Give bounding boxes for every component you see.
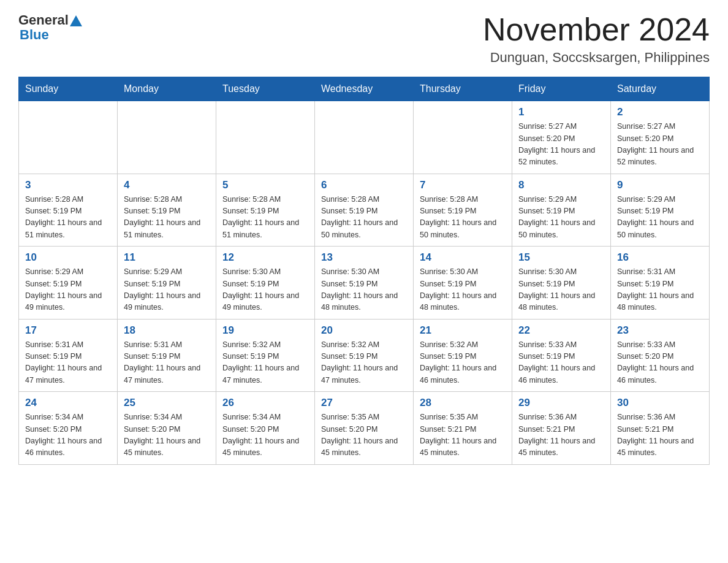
calendar-cell: 6Sunrise: 5:28 AMSunset: 5:19 PMDaylight… [315,174,414,247]
calendar-cell: 18Sunrise: 5:31 AMSunset: 5:19 PMDayligh… [118,319,216,392]
calendar-week-row: 10Sunrise: 5:29 AMSunset: 5:19 PMDayligh… [19,247,710,320]
calendar-cell [19,101,118,174]
logo: General Blue [18,12,82,43]
calendar-cell: 10Sunrise: 5:29 AMSunset: 5:19 PMDayligh… [19,247,118,320]
calendar-cell: 26Sunrise: 5:34 AMSunset: 5:20 PMDayligh… [216,392,315,465]
calendar-cell: 24Sunrise: 5:34 AMSunset: 5:20 PMDayligh… [19,392,118,465]
day-of-week-header: Saturday [611,77,710,101]
calendar-cell: 22Sunrise: 5:33 AMSunset: 5:19 PMDayligh… [512,319,611,392]
day-info: Sunrise: 5:36 AMSunset: 5:21 PMDaylight:… [617,412,703,459]
calendar-cell: 25Sunrise: 5:34 AMSunset: 5:20 PMDayligh… [118,392,216,465]
day-number: 17 [25,324,111,337]
day-info: Sunrise: 5:31 AMSunset: 5:19 PMDaylight:… [124,339,210,387]
day-of-week-header: Monday [118,77,216,101]
calendar-week-row: 24Sunrise: 5:34 AMSunset: 5:20 PMDayligh… [19,392,710,465]
day-number: 9 [617,179,703,191]
calendar-cell: 30Sunrise: 5:36 AMSunset: 5:21 PMDayligh… [611,392,710,465]
calendar-cell: 28Sunrise: 5:35 AMSunset: 5:21 PMDayligh… [414,392,512,465]
day-number: 18 [124,324,210,337]
calendar-cell: 8Sunrise: 5:29 AMSunset: 5:19 PMDaylight… [512,174,611,247]
day-number: 30 [617,397,703,409]
day-number: 10 [25,251,111,264]
day-number: 15 [518,251,604,264]
day-info: Sunrise: 5:28 AMSunset: 5:19 PMDaylight:… [321,194,407,242]
day-info: Sunrise: 5:30 AMSunset: 5:19 PMDaylight:… [321,266,407,314]
calendar-table: SundayMondayTuesdayWednesdayThursdayFrid… [18,77,710,465]
calendar-cell: 1Sunrise: 5:27 AMSunset: 5:20 PMDaylight… [512,101,611,174]
day-info: Sunrise: 5:35 AMSunset: 5:20 PMDaylight:… [321,412,407,459]
day-number: 14 [420,251,506,264]
day-info: Sunrise: 5:32 AMSunset: 5:19 PMDaylight:… [420,339,506,387]
calendar-cell: 21Sunrise: 5:32 AMSunset: 5:19 PMDayligh… [414,319,512,392]
calendar-cell: 27Sunrise: 5:35 AMSunset: 5:20 PMDayligh… [315,392,414,465]
calendar-cell: 2Sunrise: 5:27 AMSunset: 5:20 PMDaylight… [611,101,710,174]
day-number: 7 [420,179,506,191]
calendar-week-row: 3Sunrise: 5:28 AMSunset: 5:19 PMDaylight… [19,174,710,247]
logo-text-blue: Blue [20,27,82,43]
day-number: 19 [222,324,308,337]
calendar-cell: 9Sunrise: 5:29 AMSunset: 5:19 PMDaylight… [611,174,710,247]
calendar-cell: 3Sunrise: 5:28 AMSunset: 5:19 PMDaylight… [19,174,118,247]
day-number: 13 [321,251,407,264]
day-number: 25 [124,397,210,409]
day-number: 12 [222,251,308,264]
day-info: Sunrise: 5:28 AMSunset: 5:19 PMDaylight:… [420,194,506,242]
day-info: Sunrise: 5:29 AMSunset: 5:19 PMDaylight:… [518,194,604,242]
calendar-cell: 16Sunrise: 5:31 AMSunset: 5:19 PMDayligh… [611,247,710,320]
calendar-cell: 20Sunrise: 5:32 AMSunset: 5:19 PMDayligh… [315,319,414,392]
day-of-week-header: Wednesday [315,77,414,101]
day-info: Sunrise: 5:27 AMSunset: 5:20 PMDaylight:… [518,121,604,169]
day-number: 5 [222,179,308,191]
logo-text-general: General [18,12,69,28]
calendar-cell: 5Sunrise: 5:28 AMSunset: 5:19 PMDaylight… [216,174,315,247]
calendar-cell: 19Sunrise: 5:32 AMSunset: 5:19 PMDayligh… [216,319,315,392]
day-info: Sunrise: 5:31 AMSunset: 5:19 PMDaylight:… [25,339,111,387]
day-info: Sunrise: 5:29 AMSunset: 5:19 PMDaylight:… [124,266,210,314]
day-of-week-header: Friday [512,77,611,101]
day-info: Sunrise: 5:35 AMSunset: 5:21 PMDaylight:… [420,412,506,459]
day-number: 27 [321,397,407,409]
day-info: Sunrise: 5:34 AMSunset: 5:20 PMDaylight:… [124,412,210,459]
calendar-cell [118,101,216,174]
day-number: 26 [222,397,308,409]
calendar-week-row: 1Sunrise: 5:27 AMSunset: 5:20 PMDaylight… [19,101,710,174]
day-number: 22 [518,324,604,337]
day-of-week-header: Thursday [414,77,512,101]
day-number: 16 [617,251,703,264]
day-info: Sunrise: 5:33 AMSunset: 5:19 PMDaylight:… [518,339,604,387]
day-of-week-header: Sunday [19,77,118,101]
calendar-cell: 17Sunrise: 5:31 AMSunset: 5:19 PMDayligh… [19,319,118,392]
day-number: 23 [617,324,703,337]
calendar-cell [315,101,414,174]
day-number: 6 [321,179,407,191]
day-info: Sunrise: 5:31 AMSunset: 5:19 PMDaylight:… [617,266,703,314]
day-number: 8 [518,179,604,191]
calendar-cell: 12Sunrise: 5:30 AMSunset: 5:19 PMDayligh… [216,247,315,320]
day-info: Sunrise: 5:32 AMSunset: 5:19 PMDaylight:… [222,339,308,387]
calendar-week-row: 17Sunrise: 5:31 AMSunset: 5:19 PMDayligh… [19,319,710,392]
day-info: Sunrise: 5:30 AMSunset: 5:19 PMDaylight:… [420,266,506,314]
calendar-cell: 13Sunrise: 5:30 AMSunset: 5:19 PMDayligh… [315,247,414,320]
day-info: Sunrise: 5:28 AMSunset: 5:19 PMDaylight:… [222,194,308,242]
day-info: Sunrise: 5:30 AMSunset: 5:19 PMDaylight:… [518,266,604,314]
day-info: Sunrise: 5:29 AMSunset: 5:19 PMDaylight:… [617,194,703,242]
calendar-title: November 2024 [483,12,710,47]
day-info: Sunrise: 5:32 AMSunset: 5:19 PMDaylight:… [321,339,407,387]
calendar-cell: 4Sunrise: 5:28 AMSunset: 5:19 PMDaylight… [118,174,216,247]
logo-triangle-icon [70,15,82,26]
calendar-cell: 29Sunrise: 5:36 AMSunset: 5:21 PMDayligh… [512,392,611,465]
calendar-subtitle: Dunguan, Soccsksargen, Philippines [483,50,710,66]
day-number: 11 [124,251,210,264]
calendar-cell: 23Sunrise: 5:33 AMSunset: 5:20 PMDayligh… [611,319,710,392]
day-number: 1 [518,106,604,118]
day-info: Sunrise: 5:34 AMSunset: 5:20 PMDaylight:… [222,412,308,459]
calendar-header-row: SundayMondayTuesdayWednesdayThursdayFrid… [19,77,710,101]
day-number: 21 [420,324,506,337]
page-header: General Blue November 2024 Dunguan, Socc… [18,12,710,66]
day-info: Sunrise: 5:28 AMSunset: 5:19 PMDaylight:… [25,194,111,242]
day-info: Sunrise: 5:27 AMSunset: 5:20 PMDaylight:… [617,121,703,169]
day-number: 28 [420,397,506,409]
day-of-week-header: Tuesday [216,77,315,101]
calendar-cell: 14Sunrise: 5:30 AMSunset: 5:19 PMDayligh… [414,247,512,320]
day-info: Sunrise: 5:29 AMSunset: 5:19 PMDaylight:… [25,266,111,314]
